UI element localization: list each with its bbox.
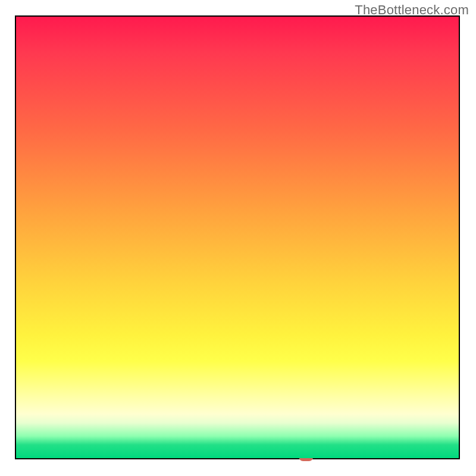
watermark-text: TheBottleneck.com bbox=[355, 2, 469, 18]
background-gradient bbox=[16, 17, 459, 458]
bottleneck-chart: TheBottleneck.com bbox=[0, 0, 476, 476]
plot-area bbox=[16, 17, 459, 458]
